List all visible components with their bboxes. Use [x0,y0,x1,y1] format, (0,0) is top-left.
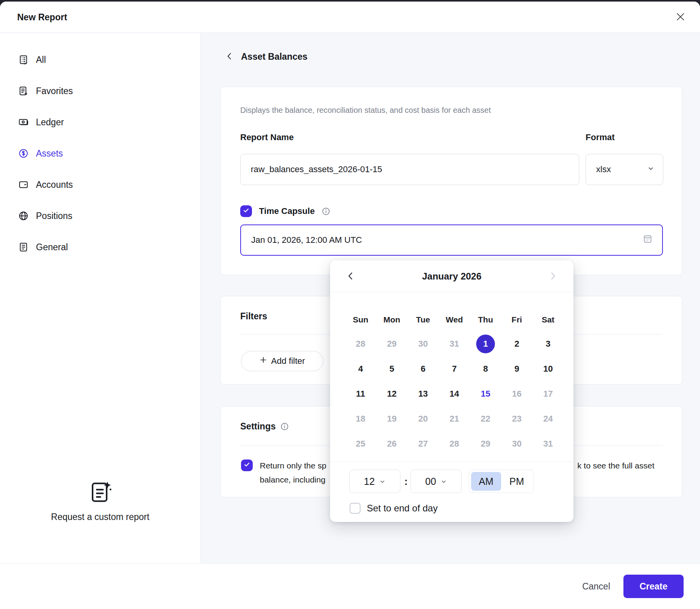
calendar-day: 17 [532,381,564,406]
calendar-day: 24 [532,406,564,431]
minute-select[interactable]: 00 [411,470,462,493]
sidebar-item-general[interactable]: General [0,231,200,263]
dollar-circle-icon [18,148,29,159]
calendar-day: 29 [376,331,407,356]
close-button[interactable] [673,10,688,24]
pm-toggle[interactable]: PM [502,472,532,491]
calendar-day[interactable]: 5 [376,356,407,381]
weekday-label: Mon [376,315,407,324]
calendar-day[interactable]: 2 [501,331,532,356]
am-toggle[interactable]: AM [471,472,501,491]
calendar-day[interactable]: 3 [532,331,564,356]
time-row: 12 : 00 AM PM [330,470,573,493]
sidebar-item-accounts[interactable]: Accounts [0,169,200,200]
sidebar-item-label: Favorites [36,86,73,96]
create-button[interactable]: Create [623,575,684,598]
sidebar-item-favorites[interactable]: Favorites [0,75,200,107]
info-icon[interactable] [322,207,330,215]
calendar-day: 29 [470,431,501,456]
calendar-day: 18 [345,406,376,431]
clipboard-list-icon [18,54,29,65]
add-filter-button[interactable]: Add filter [241,351,323,371]
weekday-row: Sun Mon Tue Wed Thu Fri Sat [345,315,564,324]
next-month-button[interactable] [546,270,559,283]
filters-title-row: Filters [240,311,267,322]
page-title: Asset Balances [241,52,307,62]
format-select[interactable]: xlsx [586,154,663,185]
calendar-day[interactable]: 11 [345,381,376,406]
calendar-header: January 2026 [330,260,573,292]
time-capsule-checkbox[interactable] [240,205,252,217]
calendar-day: 30 [407,331,439,356]
settings-text-fragment: balance, including [260,475,325,484]
info-icon[interactable] [280,422,289,431]
sidebar-item-all[interactable]: All [0,44,200,75]
new-report-modal-stage: New Report All Favorites [0,0,700,609]
sidebar-item-positions[interactable]: Positions [0,200,200,231]
filters-title: Filters [240,311,267,322]
chevron-down-icon [647,164,654,175]
calendar-day[interactable]: 1 [470,331,501,356]
weekday-label: Fri [501,315,532,324]
calendar-day[interactable]: 7 [439,356,470,381]
new-report-modal: New Report All Favorites [0,2,700,609]
calendar-day[interactable]: 10 [532,356,564,381]
calendar-day[interactable]: 4 [345,356,376,381]
chevron-left-icon [346,271,355,282]
back-button[interactable] [225,52,235,62]
sidebar: All Favorites Ledger Assets [0,33,201,609]
calendar-days-grid: 2829303112345678910111213141516171819202… [345,331,564,456]
settings-text-fragment: k to see the full asset [577,461,654,470]
report-name-input[interactable] [240,154,579,185]
calendar-day: 27 [407,431,439,456]
hour-select[interactable]: 12 [349,470,400,493]
end-of-day-checkbox[interactable] [350,503,361,514]
plus-icon [259,356,267,366]
close-icon [675,11,686,23]
format-value: xlsx [596,164,611,175]
chevron-down-icon [379,476,386,487]
sidebar-item-assets[interactable]: Assets [0,138,200,169]
weekday-label: Tue [407,315,439,324]
time-section-divider [330,461,573,462]
sidebar-item-label: General [36,242,68,253]
weekday-label: Thu [470,315,501,324]
settings-checkbox[interactable] [241,459,253,471]
report-name-label: Report Name [240,132,294,142]
calendar-day: 31 [439,331,470,356]
calendar-day: 20 [407,406,439,431]
sidebar-item-ledger[interactable]: Ledger [0,107,200,138]
calendar-day: 26 [376,431,407,456]
modal-title: New Report [17,12,67,22]
calendar-day[interactable]: 14 [439,381,470,406]
calendar-day: 16 [501,381,532,406]
time-colon: : [402,470,411,493]
globe-icon [18,210,29,221]
modal-footer: Cancel Create [0,563,700,609]
calendar-day[interactable]: 8 [470,356,501,381]
calendar-day[interactable]: 15 [470,381,501,406]
weekday-label: Sun [345,315,376,324]
calendar-day[interactable]: 12 [376,381,407,406]
request-custom-report-button[interactable]: Request a custom report [0,480,200,522]
document-sparkle-icon [88,480,113,505]
cancel-button[interactable]: Cancel [582,581,610,592]
weekday-label: Sat [532,315,564,324]
calendar-day[interactable]: 13 [407,381,439,406]
chevron-left-icon [225,52,234,62]
calendar-month-label: January 2026 [330,260,573,292]
calendar-day[interactable]: 9 [501,356,532,381]
settings-title-row: Settings [240,421,289,432]
sidebar-item-label: Positions [36,211,72,221]
calendar-day: 31 [532,431,564,456]
time-capsule-label: Time Capsule [259,206,315,216]
calendar-day: 21 [439,406,470,431]
chevron-right-icon [548,271,557,282]
end-of-day-label: Set to end of day [367,503,438,514]
format-label: Format [586,132,615,142]
calendar-day: 30 [501,431,532,456]
date-input[interactable]: Jan 01, 2026, 12:00 AM UTC [240,224,663,256]
calendar-day[interactable]: 6 [407,356,439,381]
sidebar-item-label: Accounts [36,180,73,190]
previous-month-button[interactable] [344,270,357,283]
